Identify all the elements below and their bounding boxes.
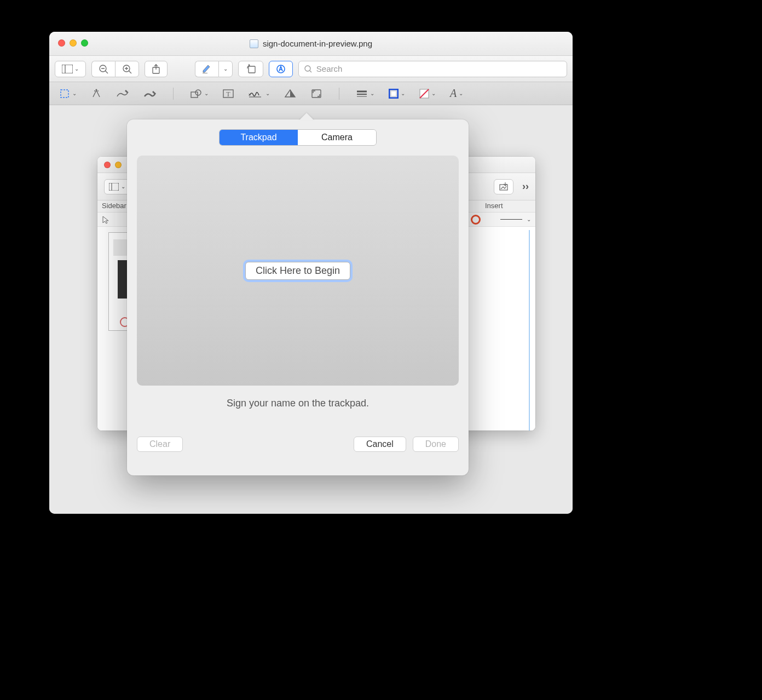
separator — [339, 88, 339, 100]
svg-text:T: T — [226, 90, 230, 98]
border-style-button[interactable]: ⌄ — [356, 86, 374, 101]
main-toolbar: ⌄ ⌄ Search — [49, 56, 573, 82]
svg-rect-0 — [62, 65, 73, 73]
title-text: sign-document-in-preview.png — [263, 39, 372, 48]
chevron-down-icon: ⌄ — [370, 90, 374, 96]
chevron-down-icon: ⌄ — [121, 183, 125, 190]
svg-rect-18 — [61, 90, 68, 97]
search-icon — [304, 65, 312, 73]
line-weight-indicator[interactable] — [500, 219, 522, 220]
adjust-color-button[interactable] — [284, 86, 296, 101]
clear-button[interactable]: Clear — [137, 437, 183, 452]
instruction-text: Sign your name on the trackpad. — [137, 398, 459, 409]
content-area: ⌄ ›› Sidebar Insert — [49, 105, 573, 514]
svg-point-21 — [97, 90, 99, 91]
text-button[interactable]: T — [223, 86, 234, 101]
click-to-begin-button[interactable]: Click Here to Begin — [245, 262, 350, 280]
signature-button[interactable]: x ⌄ — [248, 86, 270, 101]
svg-line-17 — [310, 71, 311, 72]
cursor-icon[interactable] — [102, 215, 109, 224]
fill-color-button[interactable]: ⌄ — [419, 86, 436, 101]
adjust-size-button[interactable] — [310, 86, 322, 101]
highlight-group: ⌄ — [195, 61, 233, 77]
font-icon: A — [450, 87, 457, 100]
markup-toolbar: ⌄ ⌄ T x ⌄ ⌄ — [49, 82, 573, 105]
selection-tool-button[interactable]: ⌄ — [59, 86, 77, 101]
search-placeholder: Search — [316, 64, 343, 73]
signature-source-tabs: Trackpad Camera — [219, 129, 377, 146]
done-button[interactable]: Done — [413, 437, 459, 452]
svg-marker-44 — [103, 216, 108, 223]
share-button[interactable] — [145, 61, 168, 77]
popover-actions: Clear Cancel Done — [137, 437, 459, 452]
chevron-down-icon: ⌄ — [431, 90, 436, 96]
instant-alpha-button[interactable] — [91, 86, 102, 101]
shape-color-indicator[interactable] — [471, 215, 481, 225]
titlebar: sign-document-in-preview.png — [49, 32, 573, 56]
svg-text:x: x — [249, 93, 251, 96]
svg-rect-37 — [391, 91, 396, 96]
sketch-button[interactable] — [116, 86, 129, 101]
chevron-down-icon: ⌄ — [73, 66, 79, 72]
svg-point-25 — [195, 90, 201, 95]
highlight-options-button[interactable]: ⌄ — [218, 61, 233, 77]
inner-minimize-button[interactable] — [115, 162, 122, 168]
chevron-down-icon: ⌄ — [401, 90, 405, 96]
rotate-button[interactable] — [238, 61, 263, 77]
search-field[interactable]: Search — [298, 61, 567, 77]
svg-rect-13 — [249, 66, 255, 73]
svg-line-6 — [129, 71, 131, 73]
chevron-down-icon: ⌄ — [72, 90, 77, 96]
window-title: sign-document-in-preview.png — [250, 39, 372, 48]
svg-point-19 — [96, 89, 97, 90]
chevron-down-icon: ⌄ — [204, 90, 209, 96]
separator — [173, 88, 174, 100]
tab-trackpad[interactable]: Trackpad — [220, 130, 298, 145]
signature-popover: Trackpad Camera Click Here to Begin Sign… — [127, 119, 469, 475]
file-icon — [250, 39, 258, 48]
preview-window: sign-document-in-preview.png ⌄ ⌄ — [49, 32, 573, 514]
svg-line-3 — [105, 71, 108, 73]
inner-sidebar-button[interactable]: ⌄ — [104, 179, 130, 194]
cancel-button[interactable]: Cancel — [354, 437, 406, 452]
signature-drawing-area[interactable]: Click Here to Begin — [137, 156, 459, 386]
traffic-lights — [58, 39, 88, 47]
inner-overflow-button[interactable]: ›› — [522, 181, 529, 192]
minimize-window-button[interactable] — [70, 39, 77, 47]
border-color-button[interactable]: ⌄ — [389, 86, 405, 101]
shapes-button[interactable]: ⌄ — [190, 86, 209, 101]
tab-camera[interactable]: Camera — [298, 130, 376, 145]
svg-rect-40 — [109, 183, 119, 191]
highlight-button[interactable] — [195, 61, 218, 77]
zoom-in-button[interactable] — [115, 61, 139, 77]
chevron-down-icon: ⌄ — [223, 66, 228, 72]
font-style-button[interactable]: A ⌄ — [450, 86, 463, 101]
svg-point-16 — [305, 66, 310, 71]
chevron-down-icon: ⌄ — [265, 90, 270, 96]
sidebar-view-button[interactable]: ⌄ — [55, 61, 86, 77]
zoom-group — [91, 61, 139, 77]
zoom-out-button[interactable] — [91, 61, 115, 77]
insert-label: Insert — [481, 200, 513, 212]
svg-point-20 — [94, 90, 95, 91]
markup-toggle-button[interactable] — [269, 61, 293, 77]
chevron-down-icon: ⌄ — [527, 216, 531, 222]
chevron-down-icon: ⌄ — [459, 90, 463, 96]
draw-button[interactable] — [143, 86, 157, 101]
close-window-button[interactable] — [58, 39, 65, 47]
inner-close-button[interactable] — [104, 162, 111, 168]
inner-insert-button[interactable] — [494, 179, 513, 194]
svg-marker-11 — [203, 65, 210, 72]
zoom-window-button[interactable] — [81, 39, 88, 47]
